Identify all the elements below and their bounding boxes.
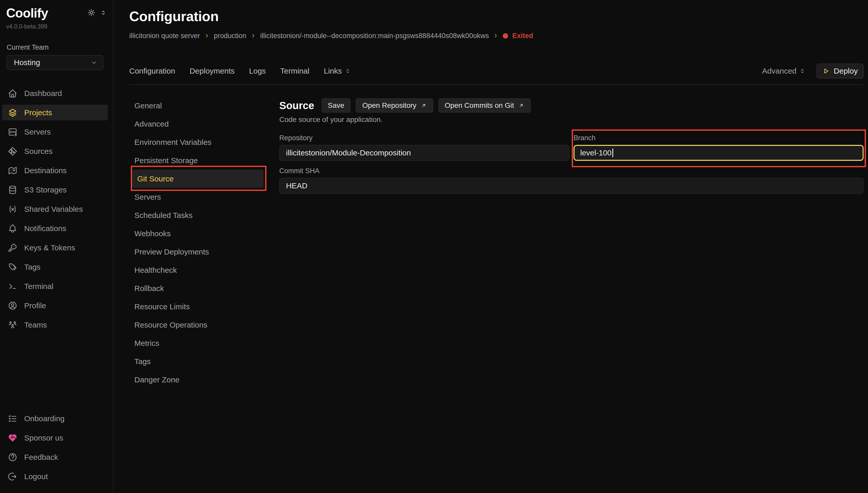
commit-sha-field-group: Commit SHA HEAD	[279, 167, 864, 194]
tab-configuration[interactable]: Configuration	[129, 67, 175, 76]
sidebar-footer-nav: Onboarding Sponsor us Feedback Logout	[0, 411, 113, 488]
theme-sun-icon[interactable]	[87, 8, 96, 17]
open-commits-button[interactable]: Open Commits on Git	[438, 98, 531, 113]
breadcrumb-project[interactable]: illicitonion quote server	[129, 32, 200, 40]
breadcrumb-resource[interactable]: illicitestonion/-module--decomposition:m…	[260, 32, 489, 40]
sidebar-item-dashboard[interactable]: Dashboard	[2, 85, 108, 101]
subnav-item-general[interactable]: General	[129, 97, 267, 115]
sidebar-item-profile[interactable]: Profile	[2, 298, 108, 314]
open-repository-button[interactable]: Open Repository	[356, 98, 433, 113]
sidebar-item-servers[interactable]: Servers	[2, 124, 108, 140]
main-area: Configuration illicitonion quote server …	[114, 0, 868, 493]
sidebar: Coolify v4.0.0-beta.399 Current Team Hos…	[0, 0, 113, 493]
sidebar-item-teams[interactable]: Teams	[2, 317, 108, 333]
subnav-item-danger-zone[interactable]: Danger Zone	[129, 370, 267, 389]
selector-icon	[344, 68, 351, 74]
sidebar-item-terminal[interactable]: Terminal	[2, 278, 108, 294]
save-button[interactable]: Save	[321, 98, 351, 113]
subnav-item-advanced[interactable]: Advanced	[129, 115, 267, 133]
server-icon	[8, 127, 18, 137]
subnav-item-resource-operations[interactable]: Resource Operations	[129, 316, 267, 334]
subnav-item-rollback[interactable]: Rollback	[129, 279, 267, 297]
branch-input[interactable]: level-100	[573, 145, 864, 161]
commit-sha-input[interactable]: HEAD	[279, 178, 864, 194]
play-icon	[822, 67, 830, 74]
sidebar-item-label: Shared Variables	[24, 205, 83, 214]
section-description: Code source of your application.	[279, 115, 864, 124]
sidebar-item-feedback[interactable]: Feedback	[2, 449, 108, 465]
chevron-right-icon	[493, 33, 499, 39]
chevron-down-icon	[91, 59, 98, 66]
divider	[129, 84, 864, 85]
sidebar-item-keys-tokens[interactable]: Keys & Tokens	[2, 240, 108, 256]
app-logo: Coolify	[6, 7, 48, 20]
git-source-annotation-box: Git Source	[131, 166, 267, 191]
sidebar-item-label: Dashboard	[24, 89, 62, 98]
advanced-menu[interactable]: Advanced	[762, 67, 806, 76]
coolify-app: Coolify v4.0.0-beta.399 Current Team Hos…	[0, 0, 868, 493]
sidebar-item-logout[interactable]: Logout	[2, 469, 108, 484]
subnav-item-preview-deployments[interactable]: Preview Deployments	[129, 243, 267, 261]
tab-logs[interactable]: Logs	[249, 67, 266, 76]
current-team-label: Current Team	[0, 43, 113, 51]
status-dot	[503, 33, 508, 39]
sidebar-item-label: Servers	[24, 128, 51, 136]
sidebar-item-onboarding[interactable]: Onboarding	[2, 411, 108, 426]
sidebar-item-label: Sources	[24, 147, 52, 156]
sidebar-spacer	[0, 336, 113, 411]
deploy-button[interactable]: Deploy	[817, 64, 864, 79]
sidebar-item-label: Profile	[24, 301, 46, 310]
subnav-item-resource-limits[interactable]: Resource Limits	[129, 297, 267, 316]
sidebar-item-shared-variables[interactable]: Shared Variables	[2, 201, 108, 217]
text-cursor	[612, 148, 613, 157]
subnav-item-scheduled-tasks[interactable]: Scheduled Tasks	[129, 206, 267, 224]
arrow-up-right-icon	[518, 102, 524, 109]
tags-icon	[8, 262, 18, 272]
subnav-item-git-source[interactable]: Git Source	[132, 170, 263, 188]
repository-input[interactable]: illicitestonion/Module-Decomposition	[279, 145, 569, 161]
sidebar-item-label: Sponsor us	[24, 433, 63, 442]
home-icon	[8, 88, 18, 98]
chevron-right-icon	[251, 33, 256, 39]
team-select-value: Hosting	[14, 58, 40, 67]
repository-label: Repository	[279, 133, 569, 142]
tab-deployments[interactable]: Deployments	[189, 67, 234, 76]
sidebar-item-label: S3 Storages	[24, 186, 67, 194]
tabs-row: Configuration Deployments Logs Terminal …	[129, 63, 864, 79]
tab-links[interactable]: Links	[324, 67, 351, 76]
sidebar-item-destinations[interactable]: Destinations	[2, 163, 108, 178]
heart-hands-icon	[8, 433, 18, 443]
sidebar-item-label: Terminal	[24, 282, 53, 291]
sidebar-item-sponsor-us[interactable]: Sponsor us	[2, 430, 108, 446]
variable-icon	[8, 204, 18, 214]
subnav-item-servers[interactable]: Servers	[129, 188, 267, 206]
sidebar-item-sources[interactable]: Sources	[2, 143, 108, 159]
sidebar-item-s3-storages[interactable]: S3 Storages	[2, 182, 108, 198]
bell-icon	[8, 223, 18, 233]
sidebar-nav: Dashboard Projects Servers Sources Desti…	[0, 85, 113, 336]
subnav-item-webhooks[interactable]: Webhooks	[129, 224, 267, 243]
sidebar-item-notifications[interactable]: Notifications	[2, 220, 108, 236]
team-select[interactable]: Hosting	[7, 55, 103, 70]
page-title: Configuration	[129, 8, 864, 25]
breadcrumb-environment[interactable]: production	[214, 32, 246, 40]
help-circle-icon	[8, 452, 18, 462]
subnav-item-healthcheck[interactable]: Healthcheck	[129, 261, 267, 279]
theme-selector-icon[interactable]	[100, 9, 107, 16]
map-icon	[8, 166, 18, 175]
tab-terminal[interactable]: Terminal	[280, 67, 310, 76]
subnav-item-tags[interactable]: Tags	[129, 352, 267, 370]
sidebar-item-label: Feedback	[24, 453, 58, 462]
section-title: Source	[279, 100, 314, 111]
subnav-item-environment-variables[interactable]: Environment Variables	[129, 133, 267, 151]
subnav-item-metrics[interactable]: Metrics	[129, 334, 267, 352]
sidebar-item-label: Projects	[24, 108, 52, 117]
layers-icon	[8, 108, 18, 117]
database-icon	[8, 185, 18, 195]
chevron-right-icon	[204, 33, 210, 39]
commit-sha-label: Commit SHA	[279, 167, 864, 175]
sidebar-item-projects[interactable]: Projects	[2, 105, 108, 121]
sidebar-item-label: Onboarding	[24, 414, 65, 423]
sidebar-item-tags[interactable]: Tags	[2, 259, 108, 275]
sidebar-item-label: Keys & Tokens	[24, 243, 75, 252]
